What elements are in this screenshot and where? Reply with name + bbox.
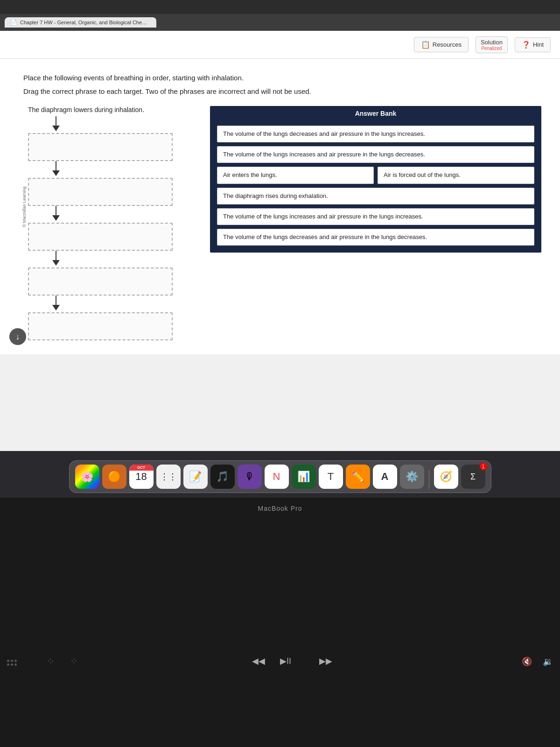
- answer-bank-header: Answer Bank: [210, 106, 541, 121]
- question-area: © Macmillan Learning Place the following…: [0, 59, 560, 354]
- rewind-button[interactable]: ◀◀: [252, 656, 265, 666]
- arrow-2: [49, 161, 63, 178]
- toolbar: 📋 Resources Solution Penalized ❓ Hint: [0, 31, 560, 59]
- dot-4: [7, 663, 9, 666]
- dock-sysprefs[interactable]: ⚙️: [400, 465, 424, 489]
- starting-phrase: The diaphragm lowers during inhalation.: [28, 106, 201, 113]
- scroll-down-icon: ↓: [16, 332, 20, 342]
- dot-5: [11, 663, 13, 666]
- drop-box-3[interactable]: [28, 223, 173, 251]
- dot-6: [14, 663, 17, 666]
- dot-3: [14, 660, 17, 662]
- answer-row-3-4: Air enters the lungs. Air is forced out …: [217, 167, 534, 183]
- question-line2: Drag the correct phrase to each target. …: [23, 86, 541, 97]
- tab-icon: 📄: [10, 19, 17, 26]
- dock-finder[interactable]: 🟠: [102, 465, 126, 489]
- copyright-label: © Macmillan Learning: [22, 186, 27, 227]
- play-pause-button[interactable]: ▶II: [280, 656, 291, 666]
- solution-sub: Penalized: [481, 46, 502, 51]
- dock-notes[interactable]: 📝: [183, 465, 208, 489]
- answer-item-5[interactable]: The diaphragm rises during exhalation.: [217, 188, 534, 204]
- question-line1: Place the following events of breathing …: [23, 73, 541, 84]
- hint-button[interactable]: ❓ Hint: [515, 37, 551, 52]
- scroll-down-button[interactable]: ↓: [9, 328, 26, 345]
- drop-box-1[interactable]: [28, 133, 173, 161]
- arrow-3: [49, 206, 63, 223]
- bottom-bar: ⁘ ⁘ ◀◀ ▶II ▶▶ 🔇 🔉: [0, 647, 560, 675]
- resources-icon: 📋: [421, 40, 430, 49]
- answer-item-6[interactable]: The volume of the lungs increases and ai…: [217, 208, 534, 225]
- drop-box-5[interactable]: [28, 312, 173, 340]
- tab-title: Chapter 7 HW - General, Organic, and Bio…: [20, 20, 151, 25]
- answer-item-1[interactable]: The volume of the lungs decreases and ai…: [217, 126, 534, 142]
- mac-screen-bottom: 🌸 🟠 OCT 18 ⋮⋮ 📝 🎵: [0, 451, 560, 498]
- resources-label: Resources: [433, 41, 462, 48]
- dock-textedit[interactable]: T: [319, 465, 343, 489]
- dock-pencil[interactable]: ✏️: [346, 465, 370, 489]
- dock-fontbook[interactable]: A: [373, 465, 397, 489]
- dock-photos[interactable]: 🌸: [75, 465, 99, 489]
- dot-1: [7, 660, 9, 662]
- dock-notifications[interactable]: Σ 1: [461, 465, 485, 489]
- browser-tab[interactable]: 📄 Chapter 7 HW - General, Organic, and B…: [5, 17, 156, 28]
- dots-pattern-left: ⁘: [47, 655, 55, 667]
- mac-dock-area: 🌸 🟠 OCT 18 ⋮⋮ 📝 🎵: [0, 451, 560, 675]
- answer-bank: Answer Bank The volume of the lungs decr…: [210, 106, 541, 253]
- dock-separator: [429, 470, 429, 489]
- content-area: 📋 Resources Solution Penalized ❓ Hint © …: [0, 31, 560, 451]
- dock-reminders[interactable]: ⋮⋮: [156, 465, 181, 489]
- drop-box-2[interactable]: [28, 178, 173, 206]
- resources-button[interactable]: 📋 Resources: [414, 37, 469, 52]
- dock-charts[interactable]: 📊: [292, 465, 316, 489]
- answer-item-7[interactable]: The volume of the lungs decreases and ai…: [217, 229, 534, 246]
- dock-podcasts[interactable]: 🎙: [238, 465, 262, 489]
- calendar-month: OCT: [129, 465, 154, 471]
- volume-icon[interactable]: 🔉: [543, 656, 553, 667]
- hint-label: Hint: [533, 41, 544, 48]
- macbook-label: MacBook Pro: [258, 505, 302, 512]
- exercise-container: The diaphragm lowers during inhalation.: [23, 106, 541, 340]
- answer-item-4[interactable]: Air is forced out of the lungs.: [378, 167, 534, 183]
- answer-bank-body: The volume of the lungs decreases and ai…: [210, 121, 541, 253]
- hint-icon: ❓: [522, 41, 531, 49]
- answer-item-2[interactable]: The volume of the lungs increases and ai…: [217, 146, 534, 163]
- drop-box-4[interactable]: [28, 268, 173, 296]
- solution-label: Solution: [481, 39, 503, 46]
- dock-container: 🌸 🟠 OCT 18 ⋮⋮ 📝 🎵: [69, 460, 491, 493]
- arrow-1: [49, 116, 63, 133]
- solution-button[interactable]: Solution Penalized: [476, 36, 508, 53]
- arrow-4: [49, 251, 63, 268]
- dot-2: [11, 660, 13, 662]
- dock-music[interactable]: 🎵: [210, 465, 235, 489]
- answer-item-3[interactable]: Air enters the lungs.: [217, 167, 374, 183]
- bottom-left-dots: [7, 660, 17, 666]
- calendar-day: 18: [129, 471, 154, 483]
- dock-safari[interactable]: 🧭: [434, 465, 458, 489]
- dock-calendar[interactable]: OCT 18: [129, 465, 154, 489]
- sequence-area: The diaphragm lowers during inhalation.: [23, 106, 201, 340]
- mute-icon[interactable]: 🔇: [522, 656, 532, 667]
- dots-pattern-right: ⁘: [70, 655, 78, 667]
- browser-top: [0, 0, 560, 14]
- tab-bar: 📄 Chapter 7 HW - General, Organic, and B…: [0, 14, 560, 31]
- fast-forward-button[interactable]: ▶▶: [319, 656, 332, 666]
- dock-news[interactable]: N: [265, 465, 289, 489]
- dock-badge: 1: [480, 463, 487, 470]
- arrow-5: [49, 296, 63, 312]
